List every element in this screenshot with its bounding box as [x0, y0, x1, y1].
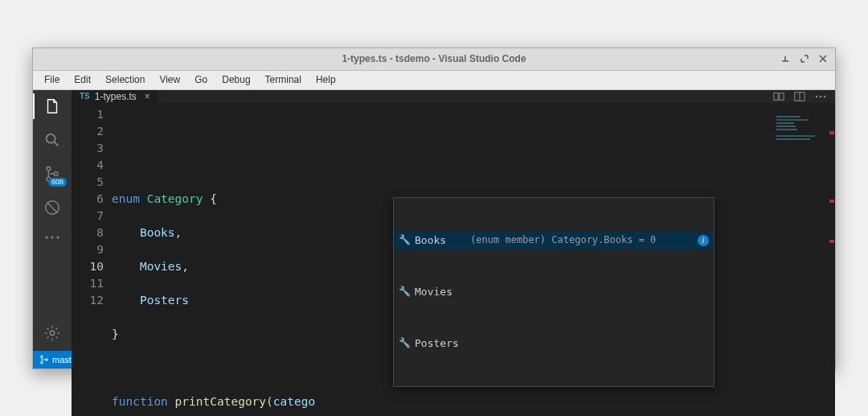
- suggestion-item[interactable]: 🔧 Posters: [394, 335, 714, 352]
- scm-badge: 608: [48, 178, 67, 187]
- close-icon[interactable]: [819, 55, 830, 63]
- menu-go[interactable]: Go: [188, 72, 214, 87]
- overview-marker: [829, 200, 834, 203]
- line-number: 3: [72, 140, 104, 157]
- minimize-icon[interactable]: [780, 54, 792, 64]
- menu-terminal[interactable]: Terminal: [259, 72, 308, 87]
- svg-rect-9: [774, 93, 778, 100]
- info-icon[interactable]: i: [698, 235, 709, 246]
- svg-point-16: [41, 361, 43, 364]
- line-number: 9: [72, 241, 104, 258]
- line-number: 5: [72, 174, 104, 191]
- suggestion-item[interactable]: 🔧 Movies: [394, 283, 714, 301]
- wrench-icon: 🔧: [399, 335, 410, 352]
- line-number: 10: [72, 258, 104, 275]
- menubar: File Edit Selection View Go Debug Termin…: [33, 71, 835, 90]
- line-number-gutter: 1 2 3 4 5 6 7 8 9 10 11 12: [72, 103, 112, 417]
- suggestion-label: Movies: [415, 283, 452, 300]
- line-number: 12: [72, 292, 104, 309]
- settings-gear-icon[interactable]: [41, 322, 63, 344]
- overview-marker: [829, 240, 834, 243]
- line-number: 1: [72, 106, 104, 123]
- svg-point-15: [41, 355, 43, 357]
- suggestion-label: Books: [415, 232, 446, 249]
- vscode-window: 1-types.ts - tsdemo - Visual Studio Code…: [32, 47, 836, 369]
- minimap[interactable]: [771, 103, 835, 417]
- svg-point-14: [824, 95, 826, 97]
- activitybar: 608: [33, 90, 72, 351]
- line-number: 8: [72, 224, 104, 241]
- svg-point-17: [46, 358, 48, 360]
- typescript-file-icon: TS: [80, 92, 90, 101]
- explorer-icon[interactable]: [41, 95, 63, 117]
- svg-rect-10: [780, 93, 784, 100]
- line-number: 6: [72, 191, 104, 208]
- overview-marker: [829, 131, 834, 134]
- menu-view[interactable]: View: [153, 72, 186, 87]
- editor-group: TS 1-types.ts ×: [72, 90, 835, 351]
- window-title: 1-types.ts - tsdemo - Visual Studio Code: [342, 53, 526, 64]
- code-line: function printCategory(catego: [112, 393, 771, 410]
- suggestion-detail: (enum member) Category.Books = 0: [470, 232, 656, 249]
- line-number: 7: [72, 208, 104, 224]
- code-line: [112, 157, 771, 174]
- more-icon[interactable]: [41, 230, 63, 245]
- wrench-icon: 🔧: [399, 283, 410, 300]
- window-controls: [780, 48, 830, 70]
- suggestion-label: Posters: [415, 335, 459, 352]
- tab-1-types[interactable]: TS 1-types.ts ×: [72, 90, 159, 103]
- maximize-icon[interactable]: [800, 54, 811, 64]
- menu-edit[interactable]: Edit: [68, 72, 97, 87]
- svg-point-0: [47, 134, 55, 142]
- split-editor-icon[interactable]: [793, 90, 806, 103]
- svg-point-6: [51, 236, 53, 238]
- titlebar: 1-types.ts - tsdemo - Visual Studio Code: [33, 48, 835, 71]
- body: 608 TS 1-types.ts ×: [33, 90, 835, 351]
- menu-debug[interactable]: Debug: [215, 72, 256, 87]
- line-number: 4: [72, 157, 104, 174]
- line-number: 2: [72, 123, 104, 140]
- menu-help[interactable]: Help: [309, 72, 342, 87]
- svg-point-13: [820, 95, 822, 97]
- source-control-icon[interactable]: 608: [41, 163, 63, 185]
- editor-actions: [764, 90, 835, 103]
- tabbar: TS 1-types.ts ×: [72, 90, 835, 103]
- suggestion-widget[interactable]: 🔧 Books (enum member) Category.Books = 0…: [393, 197, 714, 387]
- menu-selection[interactable]: Selection: [99, 72, 151, 87]
- svg-point-3: [54, 171, 58, 175]
- svg-point-12: [816, 95, 818, 97]
- search-icon[interactable]: [41, 129, 63, 151]
- code-area[interactable]: enum Category { Books, Movies, Posters }…: [112, 103, 771, 417]
- wrench-icon: 🔧: [399, 232, 410, 249]
- editor[interactable]: 1 2 3 4 5 6 7 8 9 10 11 12 enum Category…: [72, 103, 835, 417]
- suggestion-item[interactable]: 🔧 Books (enum member) Category.Books = 0…: [394, 232, 714, 249]
- svg-point-1: [47, 167, 51, 171]
- svg-point-8: [50, 331, 55, 336]
- code-line: [112, 123, 771, 140]
- tab-filename: 1-types.ts: [95, 91, 137, 102]
- compare-icon[interactable]: [772, 90, 785, 103]
- tab-close-icon[interactable]: ×: [145, 91, 150, 102]
- debug-icon[interactable]: [41, 196, 63, 219]
- line-number: 11: [72, 275, 104, 292]
- more-actions-icon[interactable]: [814, 90, 827, 103]
- menu-file[interactable]: File: [38, 72, 66, 87]
- svg-point-5: [45, 236, 47, 238]
- svg-point-7: [56, 236, 59, 238]
